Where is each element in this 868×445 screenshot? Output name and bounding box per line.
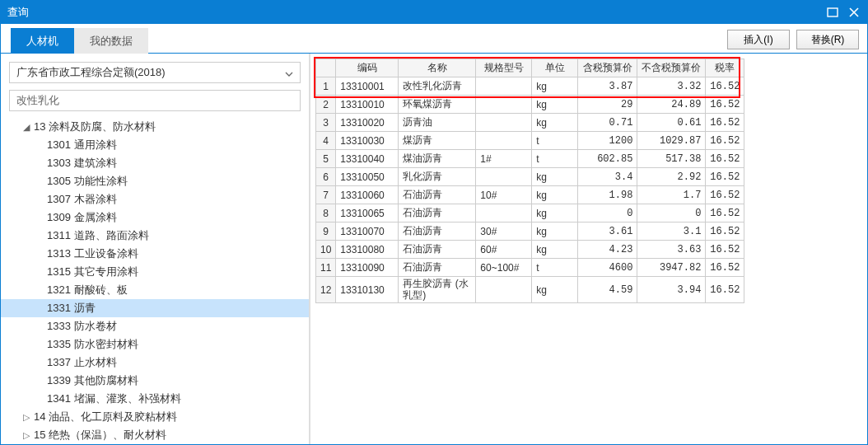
cell-name[interactable]: 石油沥青 bbox=[399, 222, 476, 241]
table-row[interactable]: 1213310130再生胶沥青 (水乳型)kg4.593.9416.52 bbox=[316, 277, 744, 303]
col-taxex[interactable]: 不含税预算价 bbox=[637, 59, 706, 77]
cell-taxex[interactable]: 1029.87 bbox=[637, 132, 706, 150]
cell-unit[interactable]: kg bbox=[532, 77, 578, 96]
cell-taxin[interactable]: 3.61 bbox=[578, 222, 637, 241]
cell-unit[interactable]: kg bbox=[532, 114, 578, 132]
minimize-icon[interactable] bbox=[826, 6, 839, 19]
cell-name[interactable]: 煤油沥青 bbox=[399, 150, 476, 168]
tree-leaf[interactable]: 1335 防水密封材料 bbox=[1, 335, 309, 354]
table-row[interactable]: 1013310080石油沥青60#kg4.233.6316.52 bbox=[316, 241, 744, 259]
cell-unit[interactable]: kg bbox=[532, 96, 578, 114]
cell-spec[interactable] bbox=[476, 204, 532, 222]
col-name[interactable]: 名称 bbox=[399, 59, 476, 77]
table-row[interactable]: 213310010环氧煤沥青kg2924.8916.52 bbox=[316, 96, 744, 114]
insert-button[interactable]: 插入(I) bbox=[727, 30, 790, 49]
close-icon[interactable] bbox=[847, 6, 861, 19]
tree-leaf[interactable]: 1311 道路、路面涂料 bbox=[1, 227, 309, 245]
cell-rate[interactable]: 16.52 bbox=[706, 150, 744, 168]
tree-leaf[interactable]: 1307 木器涂料 bbox=[1, 190, 309, 208]
cell-taxin[interactable]: 3.4 bbox=[578, 168, 637, 186]
cell-taxex[interactable]: 3.1 bbox=[637, 222, 706, 241]
replace-button[interactable]: 替换(R) bbox=[796, 30, 859, 49]
tree-leaf[interactable]: 1313 工业设备涂料 bbox=[1, 245, 309, 263]
cell-taxex[interactable]: 2.92 bbox=[637, 168, 706, 186]
expand-icon[interactable]: ▷ bbox=[21, 430, 32, 441]
tree-leaf[interactable]: 1303 建筑涂料 bbox=[1, 154, 309, 172]
cell-taxex[interactable]: 3.32 bbox=[637, 77, 706, 96]
results-table[interactable]: 编码 名称 规格型号 单位 含税预算价 不含税预算价 税率 113310001改… bbox=[315, 59, 744, 303]
cell-rate[interactable]: 16.52 bbox=[706, 222, 744, 241]
cell-name[interactable]: 改性乳化沥青 bbox=[399, 77, 476, 96]
cell-spec[interactable]: 60# bbox=[476, 241, 532, 259]
cell-taxex[interactable]: 517.38 bbox=[637, 150, 706, 168]
tab-resources[interactable]: 人材机 bbox=[11, 28, 74, 54]
cell-taxex[interactable]: 24.89 bbox=[637, 96, 706, 114]
cell-code[interactable]: 13310040 bbox=[336, 150, 399, 168]
cell-code[interactable]: 13310050 bbox=[336, 168, 399, 186]
cell-unit[interactable]: kg bbox=[532, 222, 578, 241]
cell-spec[interactable] bbox=[476, 277, 532, 303]
cell-name[interactable]: 石油沥青 bbox=[399, 186, 476, 204]
cell-spec[interactable]: 10# bbox=[476, 186, 532, 204]
cell-rate[interactable]: 16.52 bbox=[706, 132, 744, 150]
cell-taxin[interactable]: 602.85 bbox=[578, 150, 637, 168]
cell-code[interactable]: 13310070 bbox=[336, 222, 399, 241]
tree-node-collapsed[interactable]: ▷14 油品、化工原料及胶粘材料 bbox=[1, 408, 309, 426]
tree-leaf[interactable]: 1305 功能性涂料 bbox=[1, 172, 309, 190]
search-input[interactable] bbox=[9, 90, 301, 111]
table-row[interactable]: 1113310090石油沥青60~100#t46003947.8216.52 bbox=[316, 259, 744, 277]
cell-unit[interactable]: t bbox=[532, 150, 578, 168]
cell-spec[interactable]: 30# bbox=[476, 222, 532, 241]
cell-taxex[interactable]: 0 bbox=[637, 204, 706, 222]
cell-taxin[interactable]: 4.23 bbox=[578, 241, 637, 259]
cell-taxin[interactable]: 4.59 bbox=[578, 277, 637, 303]
cell-taxin[interactable]: 0.71 bbox=[578, 114, 637, 132]
category-tree[interactable]: ◢ 13 涂料及防腐、防水材料 1301 通用涂料1303 建筑涂料1305 功… bbox=[1, 116, 309, 444]
cell-name[interactable]: 石油沥青 bbox=[399, 241, 476, 259]
col-spec[interactable]: 规格型号 bbox=[476, 59, 532, 77]
expand-icon[interactable]: ▷ bbox=[21, 412, 32, 423]
cell-rate[interactable]: 16.52 bbox=[706, 77, 744, 96]
cell-code[interactable]: 13310030 bbox=[336, 132, 399, 150]
cell-taxin[interactable]: 0 bbox=[578, 204, 637, 222]
cell-spec[interactable] bbox=[476, 114, 532, 132]
cell-code[interactable]: 13310080 bbox=[336, 241, 399, 259]
tree-leaf[interactable]: 1315 其它专用涂料 bbox=[1, 263, 309, 281]
cell-code[interactable]: 13310065 bbox=[336, 204, 399, 222]
cell-taxin[interactable]: 29 bbox=[578, 96, 637, 114]
cell-name[interactable]: 煤沥青 bbox=[399, 132, 476, 150]
cell-taxex[interactable]: 0.61 bbox=[637, 114, 706, 132]
cell-rate[interactable]: 16.52 bbox=[706, 241, 744, 259]
tree-node-collapsed[interactable]: ▷15 绝热（保温）、耐火材料 bbox=[1, 426, 309, 444]
table-row[interactable]: 513310040煤油沥青1#t602.85517.3816.52 bbox=[316, 150, 744, 168]
tab-mydata[interactable]: 我的数据 bbox=[74, 28, 148, 54]
cell-unit[interactable]: kg bbox=[532, 277, 578, 303]
tree-leaf[interactable]: 1333 防水卷材 bbox=[1, 317, 309, 335]
cell-taxin[interactable]: 1200 bbox=[578, 132, 637, 150]
cell-code[interactable]: 13310020 bbox=[336, 114, 399, 132]
cell-name[interactable]: 乳化沥青 bbox=[399, 168, 476, 186]
cell-rate[interactable]: 16.52 bbox=[706, 259, 744, 277]
cell-spec[interactable] bbox=[476, 96, 532, 114]
table-row[interactable]: 413310030煤沥青t12001029.8716.52 bbox=[316, 132, 744, 150]
table-row[interactable]: 613310050乳化沥青kg3.42.9216.52 bbox=[316, 168, 744, 186]
cell-taxex[interactable]: 3.63 bbox=[637, 241, 706, 259]
cell-unit[interactable]: kg bbox=[532, 186, 578, 204]
tree-leaf[interactable]: 1339 其他防腐材料 bbox=[1, 372, 309, 390]
cell-rate[interactable]: 16.52 bbox=[706, 277, 744, 303]
cell-taxex[interactable]: 3947.82 bbox=[637, 259, 706, 277]
table-row[interactable]: 113310001改性乳化沥青kg3.873.3216.52 bbox=[316, 77, 744, 96]
cell-name[interactable]: 环氧煤沥青 bbox=[399, 96, 476, 114]
col-unit[interactable]: 单位 bbox=[532, 59, 578, 77]
col-code[interactable]: 编码 bbox=[336, 59, 399, 77]
cell-taxin[interactable]: 1.98 bbox=[578, 186, 637, 204]
cell-name[interactable]: 石油沥青 bbox=[399, 259, 476, 277]
tree-leaf[interactable]: 1331 沥青 bbox=[1, 299, 309, 317]
table-row[interactable]: 913310070石油沥青30#kg3.613.116.52 bbox=[316, 222, 744, 241]
cell-unit[interactable]: t bbox=[532, 259, 578, 277]
cell-code[interactable]: 13310010 bbox=[336, 96, 399, 114]
cell-unit[interactable]: kg bbox=[532, 241, 578, 259]
cell-code[interactable]: 13310090 bbox=[336, 259, 399, 277]
tree-leaf[interactable]: 1341 堵漏、灌浆、补强材料 bbox=[1, 390, 309, 408]
cell-rate[interactable]: 16.52 bbox=[706, 96, 744, 114]
